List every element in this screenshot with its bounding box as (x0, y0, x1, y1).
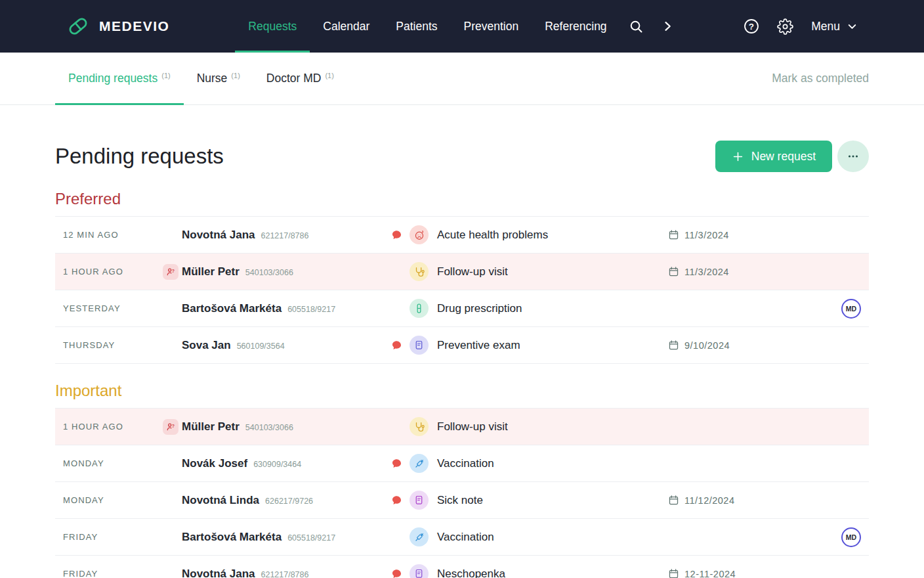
tab-doctor-md[interactable]: Doctor MD(1) (253, 53, 347, 104)
assignee-cell (841, 262, 861, 282)
calendar-icon (668, 495, 679, 506)
section-title-important: Important (55, 380, 869, 401)
request-type-cell: Vaccination (391, 527, 668, 546)
section-title-preferred: Preferred (55, 188, 869, 210)
unread-message-icon (391, 568, 402, 578)
table-row[interactable]: MONDAY ? Novotná Linda 626217/9726 (55, 482, 869, 519)
request-date: 11/3/2024 (684, 267, 729, 277)
patient-cell: ? Bartošová Markéta 605518/9217 (163, 531, 391, 544)
tab-bar: Pending requests(1)Nurse(1)Doctor MD(1) … (0, 53, 924, 105)
gear-icon (777, 18, 793, 35)
request-date: 11/12/2024 (684, 495, 735, 506)
assignee-cell (841, 336, 861, 355)
document-icon (413, 495, 425, 506)
settings-button[interactable] (768, 18, 802, 35)
request-type-label: Follow-up visit (437, 420, 508, 434)
patient-name: Novák Josef (182, 457, 247, 470)
patient-id: 626217/9726 (265, 497, 313, 506)
assignee-avatar[interactable]: MD (841, 299, 861, 319)
tabs: Pending requests(1)Nurse(1)Doctor MD(1) (55, 53, 347, 104)
request-sections: Preferred 12 MIN AGO ? Novotná Jana 6212… (55, 188, 869, 578)
table-row[interactable]: 12 MIN AGO ? Novotná Jana 621217/8786 (55, 217, 869, 254)
document-icon (413, 568, 425, 578)
assignee-avatar[interactable]: MD (841, 527, 861, 547)
svg-text:?: ? (172, 424, 175, 428)
plus-icon (732, 150, 744, 163)
nav-item-calendar[interactable]: Calendar (310, 0, 383, 53)
table-row[interactable]: 1 HOUR AGO ? Müller Petr 540103/3066 (55, 254, 869, 290)
ellipsis-icon (846, 149, 860, 164)
patient-alert-icon: ? (163, 264, 178, 280)
pill-icon (413, 303, 425, 314)
nav-item-prevention[interactable]: Prevention (451, 0, 532, 53)
top-navbar: MEDEVIO RequestsCalendarPatientsPreventi… (0, 0, 924, 53)
request-type-icon (410, 299, 429, 318)
patient-cell: ? Novotná Linda 626217/9726 (163, 494, 391, 507)
request-type-icon (410, 225, 429, 244)
tab-label: Doctor MD (266, 72, 322, 85)
request-type-label: Neschopenka (437, 567, 505, 578)
help-button[interactable]: ? (734, 18, 768, 35)
tab-count: (1) (325, 72, 333, 79)
request-type-icon (410, 454, 429, 473)
primary-nav: RequestsCalendarPatientsPreventionRefere… (235, 0, 620, 53)
request-date: 12-11-2024 (684, 569, 736, 578)
patient-name: Bartošová Markéta (182, 531, 282, 544)
search-button[interactable] (620, 0, 652, 53)
menu-button[interactable]: Menu (802, 20, 858, 33)
nav-item-referencing[interactable]: Referencing (532, 0, 620, 53)
unread-message-icon (391, 458, 402, 469)
nav-item-patients[interactable]: Patients (383, 0, 450, 53)
request-time: FRIDAY (63, 532, 163, 542)
request-type-icon (410, 564, 429, 578)
calendar-icon (668, 568, 679, 578)
search-icon (629, 19, 644, 34)
table-row[interactable]: 1 HOUR AGO ? Müller Petr 540103/3066 (55, 409, 869, 445)
patient-cell: ? Novák Josef 630909/3464 (163, 457, 391, 470)
request-type-icon (410, 491, 429, 510)
table-row[interactable]: YESTERDAY ? Bartošová Markéta 605518/921… (55, 290, 869, 327)
request-date-cell: 9/10/2024 (668, 340, 841, 351)
calendar-icon (668, 266, 679, 277)
assignee-cell (841, 225, 861, 245)
page-header: Pending requests New request (55, 141, 869, 172)
tab-pending-requests[interactable]: Pending requests(1) (55, 53, 184, 104)
request-list: 1 HOUR AGO ? Müller Petr 540103/3066 (55, 408, 869, 578)
request-type-label: Vaccination (437, 531, 494, 544)
chevron-right-icon (661, 20, 674, 33)
nav-item-requests[interactable]: Requests (235, 0, 310, 53)
more-options-button[interactable] (837, 141, 869, 172)
stethoscope-icon (413, 266, 425, 278)
table-row[interactable]: FRIDAY ? Novotná Jana 621217/8786 (55, 556, 869, 578)
mark-completed-button[interactable]: Mark as completed (772, 72, 869, 85)
request-time: 1 HOUR AGO (63, 422, 163, 432)
brand-name: MEDEVIO (99, 18, 169, 34)
tab-label: Pending requests (68, 72, 158, 85)
request-type-label: Drug prescription (437, 302, 522, 315)
table-row[interactable]: THURSDAY ? Sova Jan 560109/3564 (55, 327, 869, 364)
patient-name: Novotná Jana (182, 567, 255, 578)
patient-id: 621217/8786 (261, 231, 308, 240)
tab-count: (1) (161, 72, 170, 79)
request-type-cell: Vaccination (391, 454, 668, 473)
nav-scroll-right-button[interactable] (652, 0, 682, 53)
patient-id: 560109/3564 (237, 342, 285, 351)
new-request-button[interactable]: New request (715, 141, 832, 172)
request-date-cell: 11/3/2024 (668, 266, 841, 277)
request-type-cell: Follow-up visit (391, 417, 668, 436)
patient-cell: ? Bartošová Markéta 605518/9217 (163, 302, 391, 315)
tab-count: (1) (231, 72, 240, 79)
table-row[interactable]: FRIDAY ? Bartošová Markéta 605518/9217 (55, 519, 869, 556)
brand-logo[interactable]: MEDEVIO (66, 0, 169, 53)
request-time: YESTERDAY (63, 303, 163, 313)
table-row[interactable]: MONDAY ? Novák Josef 630909/3464 (55, 445, 869, 482)
unread-message-icon (391, 340, 402, 351)
svg-text:?: ? (749, 22, 754, 32)
pill-logo-icon (66, 14, 91, 39)
assignee-cell: MD (841, 299, 861, 319)
assignee-cell (841, 491, 861, 510)
main-content: Pending requests New request Preferred 1… (0, 141, 924, 578)
tab-nurse[interactable]: Nurse(1) (184, 53, 253, 104)
patient-cell: ? Novotná Jana 621217/8786 (163, 229, 391, 242)
request-time: 1 HOUR AGO (63, 267, 163, 277)
